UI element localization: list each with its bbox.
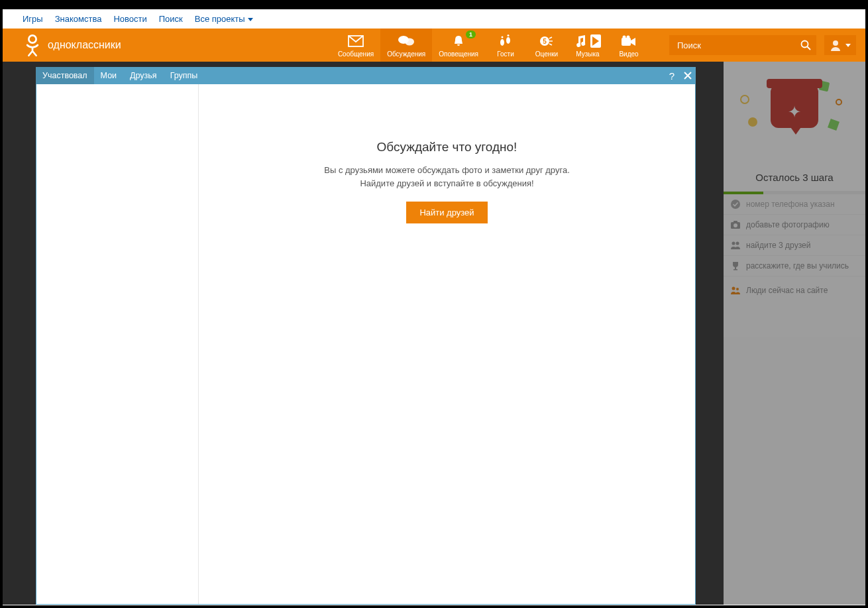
step-add-photo[interactable]: добавьте фотографию xyxy=(724,215,865,235)
empty-description: Вы с друзьями можете обсуждать фото и за… xyxy=(324,164,570,190)
nav-video[interactable]: Видео xyxy=(608,29,649,62)
trophy-icon xyxy=(730,261,741,271)
svg-point-20 xyxy=(732,242,735,245)
nav-guests-label: Гости xyxy=(497,50,514,58)
nav-ratings[interactable]: 5 Оценки xyxy=(526,29,567,62)
help-button[interactable]: ? xyxy=(664,67,680,84)
svg-point-7 xyxy=(508,34,510,36)
notifications-badge: 1 xyxy=(466,30,476,38)
nav-discussions-label: Обсуждения xyxy=(387,50,425,58)
nav-music[interactable]: Музыка xyxy=(567,29,608,62)
steps-remaining-title: Осталось 3 шага xyxy=(724,158,865,192)
progress-bar xyxy=(724,192,865,194)
footprints-icon xyxy=(498,34,513,48)
user-menu[interactable] xyxy=(824,35,856,55)
nav-messages[interactable]: Сообщения xyxy=(331,29,380,62)
top-link-dating[interactable]: Знакомства xyxy=(55,14,102,24)
svg-point-3 xyxy=(405,38,414,46)
svg-line-14 xyxy=(808,47,811,50)
camera-icon xyxy=(730,219,741,230)
modal-content: Обсуждайте что угодно! Вы с друзьями мож… xyxy=(198,84,695,604)
svg-point-23 xyxy=(736,288,739,290)
svg-point-12 xyxy=(627,36,630,39)
ok-logo-icon xyxy=(23,33,42,57)
step-education[interactable]: расскажите, где вы учились xyxy=(724,256,865,276)
online-title-label: Люди сейчас на сайте xyxy=(746,286,828,295)
find-friends-button[interactable]: Найти друзей xyxy=(406,202,487,223)
envelope-icon xyxy=(348,35,364,47)
svg-point-13 xyxy=(802,41,808,48)
svg-point-18 xyxy=(733,223,737,227)
nav-messages-label: Сообщения xyxy=(338,50,374,58)
rating-5-icon: 5 xyxy=(539,34,554,48)
top-link-news[interactable]: Новости xyxy=(113,14,146,24)
gift-icon: ✦ xyxy=(771,84,818,128)
svg-point-0 xyxy=(28,35,36,42)
svg-point-5 xyxy=(506,37,510,44)
chevron-down-icon xyxy=(845,44,851,47)
modal-tab-mine[interactable]: Мои xyxy=(94,67,124,84)
logo-text: одноклассники xyxy=(48,39,121,51)
svg-point-21 xyxy=(736,242,739,245)
close-icon xyxy=(684,72,692,80)
nav-notifications[interactable]: 1 Оповещения xyxy=(432,29,485,62)
svg-point-15 xyxy=(833,40,838,46)
gift-promo: ✦ xyxy=(724,62,865,158)
nav-discussions[interactable]: Обсуждения xyxy=(380,29,432,62)
avatar-icon xyxy=(830,39,841,51)
step-label: добавьте фотографию xyxy=(746,220,830,229)
top-links-bar: Игры Знакомства Новости Поиск Все проект… xyxy=(3,9,865,29)
nav-video-label: Видео xyxy=(619,50,638,58)
svg-rect-19 xyxy=(733,221,737,223)
top-link-search[interactable]: Поиск xyxy=(159,14,183,24)
modal-tabs-bar: Участвовал Мои Друзья Группы ? xyxy=(36,67,696,84)
modal-sidebar xyxy=(36,84,198,604)
people-online-icon xyxy=(730,285,741,296)
check-circle-icon xyxy=(730,199,741,210)
svg-point-4 xyxy=(500,39,504,46)
svg-text:5: 5 xyxy=(543,38,547,45)
online-people-section[interactable]: Люди сейчас на сайте xyxy=(724,279,865,302)
step-find-friends[interactable]: найдите 3 друзей xyxy=(724,235,865,256)
logo[interactable]: одноклассники xyxy=(23,33,121,57)
top-link-all-projects[interactable]: Все проекты xyxy=(195,14,253,24)
svg-point-22 xyxy=(732,287,735,290)
step-label: номер телефона указан xyxy=(746,200,835,209)
speech-bubbles-icon xyxy=(398,34,415,48)
top-link-games[interactable]: Игры xyxy=(23,14,43,24)
modal-tab-groups[interactable]: Группы xyxy=(164,67,205,84)
nav-ratings-label: Оценки xyxy=(535,50,558,58)
help-icon: ? xyxy=(669,70,675,82)
video-camera-icon xyxy=(621,35,637,47)
nav-music-label: Музыка xyxy=(576,50,599,58)
svg-rect-10 xyxy=(622,38,631,46)
people-icon xyxy=(730,240,741,251)
empty-title: Обсуждайте что угодно! xyxy=(377,140,517,154)
nav-items: Сообщения Обсуждения 1 Оповещения Гости … xyxy=(331,29,649,62)
modal-tab-participated[interactable]: Участвовал xyxy=(36,67,94,84)
nav-guests[interactable]: Гости xyxy=(485,29,526,62)
svg-point-16 xyxy=(731,200,740,209)
discussions-modal: Участвовал Мои Друзья Группы ? Обсуждайт… xyxy=(36,67,696,605)
svg-point-11 xyxy=(623,36,626,39)
close-button[interactable] xyxy=(680,67,696,84)
modal-tab-friends[interactable]: Друзья xyxy=(123,67,164,84)
svg-point-6 xyxy=(502,36,504,38)
search-box[interactable] xyxy=(669,35,816,55)
bell-icon xyxy=(452,34,465,48)
step-phone-verified[interactable]: номер телефона указан xyxy=(724,194,865,215)
step-label: расскажите, где вы учились xyxy=(746,261,849,271)
search-icon xyxy=(800,40,811,50)
step-label: найдите 3 друзей xyxy=(746,241,810,250)
music-note-icon xyxy=(574,34,586,48)
play-icon xyxy=(590,34,601,48)
main-header: одноклассники Сообщения Обсуждения 1 Опо… xyxy=(3,29,865,62)
search-input[interactable] xyxy=(677,40,800,50)
nav-notifications-label: Оповещения xyxy=(439,50,478,58)
right-sidebar: ✦ Осталось 3 шага номер телефона указан … xyxy=(724,62,865,605)
